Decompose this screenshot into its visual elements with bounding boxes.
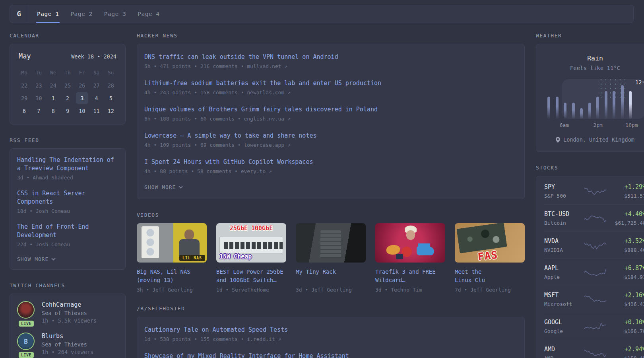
twitch-channel[interactable]: B LIVE Blurbs Sea of Thieves 1h • 264 vi… — [17, 333, 118, 355]
channel-name[interactable]: Blurbs — [42, 333, 93, 340]
reddit-item-title[interactable]: Showcase of my Mixed Reality Interface f… — [144, 352, 517, 358]
page-tabs: Page 1 Page 2 Page 3 Page 4 — [28, 5, 171, 23]
video-title[interactable]: Wildcard… — [375, 276, 445, 284]
hackernews-item: Unique volumes of Brothers Grimm fairy t… — [144, 105, 517, 122]
video-thumbnail[interactable]: LIL NAS — [137, 223, 207, 263]
rss-show-more-button[interactable]: SHOW MORE — [17, 256, 118, 262]
hn-item-meta: 6h • 188 points • 60 comments • english.… — [144, 116, 517, 122]
stock-row[interactable]: AAPL Apple +6.87% $184.91 — [543, 259, 644, 286]
stock-symbol: BTC-USD — [544, 210, 581, 218]
video-card[interactable]: Traefik 3 and FREE Wildcard… 3d • Techno… — [375, 223, 445, 293]
icon-graphic — [386, 245, 400, 255]
tab-page-2[interactable]: Page 2 — [70, 5, 92, 23]
live-badge: LIVE — [18, 320, 35, 327]
video-title[interactable]: and 100GbE Switch… — [216, 276, 286, 284]
calendar-day: 6 — [17, 105, 31, 117]
tab-page-3[interactable]: Page 3 — [104, 5, 126, 23]
video-meta: 3d • Techno Tim — [375, 287, 445, 293]
weather-bar — [572, 103, 575, 119]
rss-item-title[interactable]: CSS in React Server Components — [17, 189, 118, 206]
calendar-day: 7 — [31, 105, 46, 117]
video-title[interactable]: (moving 13) — [137, 276, 207, 284]
tab-page-1[interactable]: Page 1 — [37, 5, 59, 23]
channel-name[interactable]: CohhCarnage — [42, 301, 97, 308]
calendar-day: 5 — [104, 92, 118, 104]
person-graphic — [179, 230, 200, 257]
stock-sparkline — [584, 347, 606, 358]
hackernews-card: DNS traffic can leak outside the VPN tun… — [137, 44, 525, 199]
calendar-section: CALENDAR May Week 18 • 2024 Mo Tu We Th … — [10, 33, 126, 125]
calendar-day: 30 — [31, 92, 46, 104]
stock-row[interactable]: AMD AMD +2.94% $150.45 — [543, 340, 644, 358]
weather-bar — [629, 91, 632, 119]
channel-meta: 1h • 264 viewers — [42, 349, 93, 355]
hackernews-section: HACKER NEWS DNS traffic can leak outside… — [137, 33, 525, 199]
hackernews-item: Lithium-free sodium batteries exit the l… — [144, 79, 517, 95]
stock-sparkline — [584, 293, 606, 306]
hackernews-item: Lowercase – A simple way to take and sha… — [144, 132, 517, 148]
hour-label: 10pm — [625, 122, 638, 128]
video-card[interactable]: 25GbE 100GbE 15W Cheap BEST Low Power 25… — [216, 223, 286, 293]
twitch-section: TWITCH CHANNELS LIVE CohhCarnage Sea of … — [10, 282, 126, 358]
calendar-day: 23 — [31, 79, 46, 91]
stock-price: $888.40 — [609, 247, 644, 253]
stocks-card: SPY S&P 500 +1.29% $511.57 BTC-USD Bitco… — [536, 176, 644, 358]
hn-item-title[interactable]: Lowercase – A simple way to take and sha… — [144, 132, 517, 140]
stocks-section-label: STOCKS — [536, 165, 644, 171]
calendar-weekday: Tu — [31, 66, 46, 79]
weather-feels-like: Feels like 11°C — [543, 65, 644, 71]
calendar-day: 25 — [60, 79, 75, 91]
reddit-item-title[interactable]: Cautionary Tale on Automated Speed Tests — [144, 326, 517, 334]
video-title[interactable]: My Tiny Rack — [296, 268, 366, 276]
tab-page-4[interactable]: Page 4 — [138, 5, 159, 23]
stock-row[interactable]: BTC-USD Bitcoin +4.40% $61,725.48 — [543, 204, 644, 232]
calendar-month: May — [19, 52, 31, 60]
rss-item-meta: 22d • Josh Comeau — [17, 241, 118, 247]
weather-card: Rain Feels like 11°C 12° 6am 2pm 10pm — [536, 44, 644, 152]
stock-row[interactable]: SPY S&P 500 +1.29% $511.57 — [543, 178, 644, 204]
stock-change: +2.16% — [609, 292, 644, 299]
hn-item-title[interactable]: Lithium-free sodium batteries exit the l… — [144, 79, 517, 88]
network-switch-graphic — [219, 237, 283, 253]
rss-item-title[interactable]: The End of Front-End Development — [17, 223, 118, 239]
video-thumbnail[interactable]: FAS — [455, 223, 525, 263]
calendar-grid: Mo Tu We Th Fr Sa Su 22 23 24 25 26 27 2… — [17, 66, 118, 117]
video-card[interactable]: LIL NAS Big NAS, Lil NAS (moving 13) 3h … — [137, 223, 207, 293]
stock-row[interactable]: NVDA NVIDIA +3.52% $888.40 — [543, 232, 644, 259]
calendar-day: 1 — [46, 92, 60, 104]
video-card[interactable]: My Tiny Rack 3d • Jeff Geerling — [296, 223, 366, 293]
rss-item: CSS in React Server Components 18d • Jos… — [17, 189, 118, 214]
video-title[interactable]: Big NAS, Lil NAS — [137, 268, 207, 276]
rss-item: Handling The Indentation of a Treeview C… — [17, 156, 118, 181]
video-card[interactable]: FAS Meet the Linux Clu 7d • Jeff Geerlin… — [455, 223, 525, 293]
video-title[interactable]: BEST Low Power 25GbE — [216, 268, 286, 276]
thumbnail-caption: 25GbE 100GbE — [216, 225, 286, 232]
stock-sparkline — [584, 266, 606, 279]
calendar-day: 11 — [89, 105, 103, 117]
video-title[interactable]: Linux Clu — [455, 276, 525, 284]
stock-row[interactable]: MSFT Microsoft +2.16% $406.43 — [543, 286, 644, 313]
stock-symbol: AMD — [544, 346, 581, 353]
video-thumbnail[interactable]: 25GbE 100GbE 15W Cheap — [216, 223, 286, 263]
videos-section: VIDEOS LIL NAS Big NAS, Lil NAS (moving … — [137, 212, 525, 293]
hn-item-meta: 4h • 243 points • 158 comments • newatla… — [144, 90, 517, 95]
calendar-weekday: We — [46, 66, 60, 79]
docker-whale-graphic — [417, 247, 434, 255]
hn-item-title[interactable]: DNS traffic can leak outside the VPN tun… — [144, 53, 517, 61]
weather-chart-bars — [547, 83, 632, 119]
twitch-channel[interactable]: LIVE CohhCarnage Sea of Thieves 1h • 5.5… — [17, 301, 118, 324]
video-thumbnail[interactable] — [375, 223, 445, 263]
video-title[interactable]: Meet the — [455, 268, 525, 276]
calendar-day: 8 — [46, 105, 60, 117]
stock-row[interactable]: GOOGL Google +0.10% $166.78 — [543, 313, 644, 340]
hackernews-show-more-button[interactable]: SHOW MORE — [144, 184, 517, 190]
stock-name: Google — [544, 328, 581, 334]
hn-item-title[interactable]: I Spent 24 Hours with GitHub Copilot Wor… — [144, 158, 517, 166]
video-thumbnail[interactable] — [296, 223, 366, 263]
calendar-day: 29 — [17, 92, 31, 104]
rss-item-title[interactable]: Handling The Indentation of a Treeview C… — [17, 156, 118, 173]
video-title[interactable]: Traefik 3 and FREE — [375, 268, 445, 276]
hn-item-title[interactable]: Unique volumes of Brothers Grimm fairy t… — [144, 105, 517, 114]
stock-name: Apple — [544, 274, 581, 280]
weather-chart: 12° — [547, 83, 644, 119]
